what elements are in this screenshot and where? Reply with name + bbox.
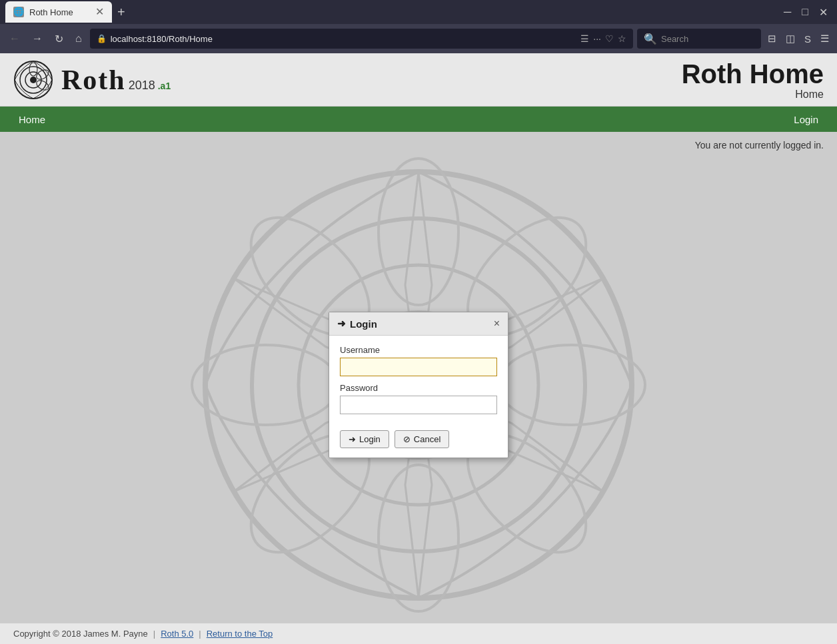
login-icon: ➜: [337, 318, 346, 330]
home-button[interactable]: ⌂: [71, 30, 86, 47]
menu-button[interactable]: ☰: [818, 30, 832, 47]
security-icon: 🔒: [97, 34, 107, 43]
app-logo-version-sub: .a1: [158, 81, 171, 91]
address-bar[interactable]: 🔒 localhost:8180/Roth/Home ☰ ··· ♡ ☆: [90, 29, 633, 49]
nav-login[interactable]: Login: [786, 109, 826, 131]
browser-toolbar: ← → ↻ ⌂ 🔒 localhost:8180/Roth/Home ☰ ···…: [0, 24, 837, 53]
minimize-button[interactable]: ─: [780, 3, 795, 21]
login-dialog-close-button[interactable]: ×: [494, 318, 500, 329]
url-display: localhost:8180/Roth/Home: [111, 34, 577, 44]
app-header-title: Roth Home Home: [682, 59, 824, 101]
back-button[interactable]: ←: [5, 30, 24, 47]
password-label: Password: [340, 383, 497, 393]
footer-version-link[interactable]: Roth 5.0: [161, 629, 193, 639]
footer-top-link[interactable]: Return to the Top: [207, 629, 273, 639]
login-dialog-title: ➜ Login: [337, 318, 377, 330]
search-icon: 🔍: [644, 33, 657, 45]
username-input[interactable]: [340, 358, 497, 376]
svg-point-6: [30, 77, 37, 83]
star-icon[interactable]: ☆: [618, 33, 626, 44]
sidebar-button[interactable]: ◫: [783, 30, 798, 47]
refresh-button[interactable]: ↻: [51, 30, 67, 48]
svg-point-5: [35, 78, 50, 91]
footer-separator-1: |: [153, 629, 155, 639]
footer-copyright: Copyright © 2018 James M. Payne: [13, 629, 148, 639]
login-dialog-body: Username Password: [329, 336, 508, 430]
login-submit-button[interactable]: ➜ Login: [340, 430, 389, 448]
reader-mode-icon[interactable]: ☰: [580, 33, 589, 44]
password-input[interactable]: [340, 396, 497, 414]
browser-tab[interactable]: 🌐 Roth Home ✕: [5, 1, 112, 23]
page-title: Roth Home: [682, 59, 824, 89]
app-logo-text: Roth: [61, 66, 126, 94]
new-tab-button[interactable]: +: [117, 5, 125, 20]
login-dialog-header: ➜ Login ×: [329, 312, 508, 336]
tab-title: Roth Home: [29, 7, 73, 17]
page-subtitle: Home: [682, 89, 824, 101]
tab-favicon-icon: 🌐: [13, 7, 24, 17]
toolbar-right: 🔍 ⊟ ◫ S ☰: [637, 29, 832, 49]
bookmark-icon[interactable]: ♡: [605, 33, 614, 44]
username-label: Username: [340, 345, 497, 355]
login-dialog: ➜ Login × Username Password ➜ Login ⊘ Ca…: [329, 312, 508, 458]
cancel-icon: ⊘: [403, 434, 411, 444]
tab-close-button[interactable]: ✕: [95, 7, 104, 17]
window-close-button[interactable]: ✕: [815, 3, 832, 21]
app-main: You are not currently logged in. ➜ Login…: [0, 132, 837, 638]
maximize-button[interactable]: □: [798, 3, 812, 21]
app-logo-area: Roth 2018.a1: [13, 60, 171, 100]
forward-button[interactable]: →: [28, 30, 47, 47]
nav-home[interactable]: Home: [11, 109, 53, 131]
cancel-button[interactable]: ⊘ Cancel: [395, 430, 449, 448]
search-bar[interactable]: 🔍: [637, 29, 761, 49]
app-logo-version: 2018: [129, 79, 155, 93]
login-dialog-actions: ➜ Login ⊘ Cancel: [329, 430, 508, 458]
more-icon[interactable]: ···: [593, 33, 601, 44]
browser-titlebar: 🌐 Roth Home ✕ + ─ □ ✕: [0, 0, 837, 24]
login-dialog-overlay: ➜ Login × Username Password ➜ Login ⊘ Ca…: [0, 132, 837, 638]
library-button[interactable]: ⊟: [765, 30, 779, 47]
address-bar-icons: ☰ ··· ♡ ☆: [580, 33, 626, 44]
account-button[interactable]: S: [802, 31, 814, 47]
login-arrow-icon: ➜: [349, 434, 356, 444]
svg-point-3: [29, 63, 37, 76]
app-nav: Home Login: [0, 107, 837, 132]
footer-separator-2: |: [199, 629, 201, 639]
browser-chrome: 🌐 Roth Home ✕ + ─ □ ✕ ← → ↻ ⌂ 🔒 localhos…: [0, 0, 837, 53]
app-header: Roth 2018.a1 Roth Home Home: [0, 53, 837, 107]
search-input[interactable]: [661, 34, 754, 44]
app-logo-icon: [13, 60, 53, 100]
app-footer: Copyright © 2018 James M. Payne | Roth 5…: [0, 623, 837, 644]
